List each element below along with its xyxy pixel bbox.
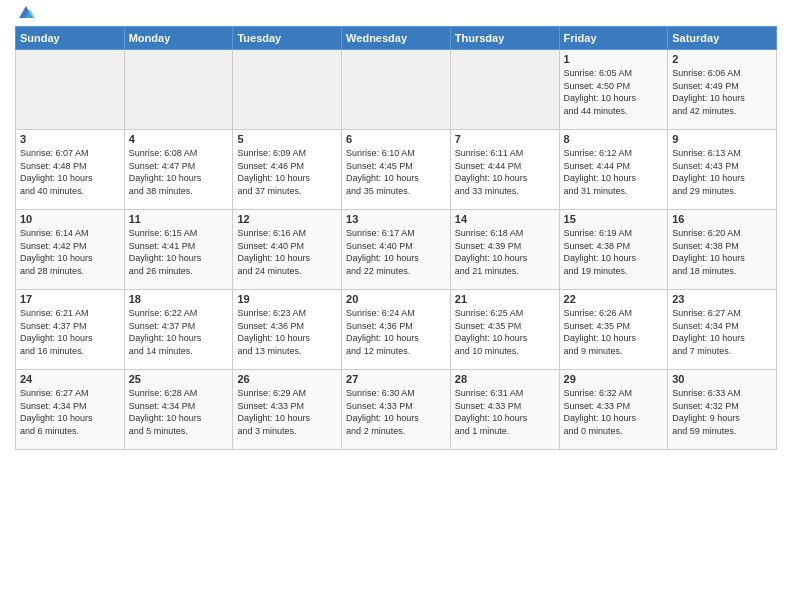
- day-number: 15: [564, 213, 664, 225]
- calendar-cell: 8Sunrise: 6:12 AM Sunset: 4:44 PM Daylig…: [559, 130, 668, 210]
- calendar-cell: 28Sunrise: 6:31 AM Sunset: 4:33 PM Dayli…: [450, 370, 559, 450]
- day-info: Sunrise: 6:32 AM Sunset: 4:33 PM Dayligh…: [564, 387, 664, 437]
- calendar-cell: 10Sunrise: 6:14 AM Sunset: 4:42 PM Dayli…: [16, 210, 125, 290]
- weekday-header-wednesday: Wednesday: [342, 27, 451, 50]
- calendar-cell: 30Sunrise: 6:33 AM Sunset: 4:32 PM Dayli…: [668, 370, 777, 450]
- header: [15, 10, 777, 18]
- day-number: 26: [237, 373, 337, 385]
- day-info: Sunrise: 6:15 AM Sunset: 4:41 PM Dayligh…: [129, 227, 229, 277]
- day-info: Sunrise: 6:31 AM Sunset: 4:33 PM Dayligh…: [455, 387, 555, 437]
- day-number: 2: [672, 53, 772, 65]
- calendar-cell: 13Sunrise: 6:17 AM Sunset: 4:40 PM Dayli…: [342, 210, 451, 290]
- calendar-cell: 12Sunrise: 6:16 AM Sunset: 4:40 PM Dayli…: [233, 210, 342, 290]
- calendar-cell: 3Sunrise: 6:07 AM Sunset: 4:48 PM Daylig…: [16, 130, 125, 210]
- calendar-table: SundayMondayTuesdayWednesdayThursdayFrid…: [15, 26, 777, 450]
- calendar-cell: 23Sunrise: 6:27 AM Sunset: 4:34 PM Dayli…: [668, 290, 777, 370]
- logo-icon: [17, 4, 35, 22]
- day-number: 21: [455, 293, 555, 305]
- day-info: Sunrise: 6:21 AM Sunset: 4:37 PM Dayligh…: [20, 307, 120, 357]
- day-number: 1: [564, 53, 664, 65]
- calendar-cell: 4Sunrise: 6:08 AM Sunset: 4:47 PM Daylig…: [124, 130, 233, 210]
- calendar-cell: 2Sunrise: 6:06 AM Sunset: 4:49 PM Daylig…: [668, 50, 777, 130]
- day-info: Sunrise: 6:23 AM Sunset: 4:36 PM Dayligh…: [237, 307, 337, 357]
- calendar-cell: 22Sunrise: 6:26 AM Sunset: 4:35 PM Dayli…: [559, 290, 668, 370]
- weekday-header-saturday: Saturday: [668, 27, 777, 50]
- calendar-cell: 14Sunrise: 6:18 AM Sunset: 4:39 PM Dayli…: [450, 210, 559, 290]
- day-number: 10: [20, 213, 120, 225]
- calendar-cell: 27Sunrise: 6:30 AM Sunset: 4:33 PM Dayli…: [342, 370, 451, 450]
- day-number: 6: [346, 133, 446, 145]
- day-info: Sunrise: 6:12 AM Sunset: 4:44 PM Dayligh…: [564, 147, 664, 197]
- day-number: 11: [129, 213, 229, 225]
- day-number: 17: [20, 293, 120, 305]
- calendar-week-2: 3Sunrise: 6:07 AM Sunset: 4:48 PM Daylig…: [16, 130, 777, 210]
- weekday-header-monday: Monday: [124, 27, 233, 50]
- page-container: SundayMondayTuesdayWednesdayThursdayFrid…: [0, 0, 792, 460]
- day-info: Sunrise: 6:08 AM Sunset: 4:47 PM Dayligh…: [129, 147, 229, 197]
- calendar-cell: 17Sunrise: 6:21 AM Sunset: 4:37 PM Dayli…: [16, 290, 125, 370]
- day-info: Sunrise: 6:27 AM Sunset: 4:34 PM Dayligh…: [20, 387, 120, 437]
- day-info: Sunrise: 6:05 AM Sunset: 4:50 PM Dayligh…: [564, 67, 664, 117]
- day-number: 4: [129, 133, 229, 145]
- calendar-cell: 21Sunrise: 6:25 AM Sunset: 4:35 PM Dayli…: [450, 290, 559, 370]
- day-info: Sunrise: 6:20 AM Sunset: 4:38 PM Dayligh…: [672, 227, 772, 277]
- day-info: Sunrise: 6:25 AM Sunset: 4:35 PM Dayligh…: [455, 307, 555, 357]
- day-number: 20: [346, 293, 446, 305]
- day-info: Sunrise: 6:10 AM Sunset: 4:45 PM Dayligh…: [346, 147, 446, 197]
- day-info: Sunrise: 6:24 AM Sunset: 4:36 PM Dayligh…: [346, 307, 446, 357]
- day-info: Sunrise: 6:13 AM Sunset: 4:43 PM Dayligh…: [672, 147, 772, 197]
- day-number: 3: [20, 133, 120, 145]
- calendar-cell: 9Sunrise: 6:13 AM Sunset: 4:43 PM Daylig…: [668, 130, 777, 210]
- weekday-header-sunday: Sunday: [16, 27, 125, 50]
- calendar-cell: 25Sunrise: 6:28 AM Sunset: 4:34 PM Dayli…: [124, 370, 233, 450]
- day-info: Sunrise: 6:14 AM Sunset: 4:42 PM Dayligh…: [20, 227, 120, 277]
- day-number: 27: [346, 373, 446, 385]
- weekday-header-row: SundayMondayTuesdayWednesdayThursdayFrid…: [16, 27, 777, 50]
- day-number: 19: [237, 293, 337, 305]
- logo: [15, 10, 35, 18]
- day-info: Sunrise: 6:07 AM Sunset: 4:48 PM Dayligh…: [20, 147, 120, 197]
- day-info: Sunrise: 6:17 AM Sunset: 4:40 PM Dayligh…: [346, 227, 446, 277]
- calendar-cell: [124, 50, 233, 130]
- day-info: Sunrise: 6:09 AM Sunset: 4:46 PM Dayligh…: [237, 147, 337, 197]
- day-info: Sunrise: 6:30 AM Sunset: 4:33 PM Dayligh…: [346, 387, 446, 437]
- day-info: Sunrise: 6:27 AM Sunset: 4:34 PM Dayligh…: [672, 307, 772, 357]
- calendar-week-5: 24Sunrise: 6:27 AM Sunset: 4:34 PM Dayli…: [16, 370, 777, 450]
- day-number: 29: [564, 373, 664, 385]
- calendar-cell: [342, 50, 451, 130]
- calendar-cell: [450, 50, 559, 130]
- day-number: 18: [129, 293, 229, 305]
- day-number: 24: [20, 373, 120, 385]
- day-number: 14: [455, 213, 555, 225]
- calendar-cell: 1Sunrise: 6:05 AM Sunset: 4:50 PM Daylig…: [559, 50, 668, 130]
- weekday-header-tuesday: Tuesday: [233, 27, 342, 50]
- calendar-week-3: 10Sunrise: 6:14 AM Sunset: 4:42 PM Dayli…: [16, 210, 777, 290]
- day-info: Sunrise: 6:29 AM Sunset: 4:33 PM Dayligh…: [237, 387, 337, 437]
- calendar-cell: 15Sunrise: 6:19 AM Sunset: 4:38 PM Dayli…: [559, 210, 668, 290]
- calendar-cell: 26Sunrise: 6:29 AM Sunset: 4:33 PM Dayli…: [233, 370, 342, 450]
- day-number: 13: [346, 213, 446, 225]
- day-info: Sunrise: 6:26 AM Sunset: 4:35 PM Dayligh…: [564, 307, 664, 357]
- calendar-week-4: 17Sunrise: 6:21 AM Sunset: 4:37 PM Dayli…: [16, 290, 777, 370]
- day-info: Sunrise: 6:28 AM Sunset: 4:34 PM Dayligh…: [129, 387, 229, 437]
- day-info: Sunrise: 6:18 AM Sunset: 4:39 PM Dayligh…: [455, 227, 555, 277]
- calendar-week-1: 1Sunrise: 6:05 AM Sunset: 4:50 PM Daylig…: [16, 50, 777, 130]
- calendar-cell: 29Sunrise: 6:32 AM Sunset: 4:33 PM Dayli…: [559, 370, 668, 450]
- calendar-cell: 18Sunrise: 6:22 AM Sunset: 4:37 PM Dayli…: [124, 290, 233, 370]
- day-number: 30: [672, 373, 772, 385]
- weekday-header-thursday: Thursday: [450, 27, 559, 50]
- day-number: 25: [129, 373, 229, 385]
- day-info: Sunrise: 6:06 AM Sunset: 4:49 PM Dayligh…: [672, 67, 772, 117]
- weekday-header-friday: Friday: [559, 27, 668, 50]
- day-number: 5: [237, 133, 337, 145]
- day-info: Sunrise: 6:19 AM Sunset: 4:38 PM Dayligh…: [564, 227, 664, 277]
- day-info: Sunrise: 6:22 AM Sunset: 4:37 PM Dayligh…: [129, 307, 229, 357]
- day-number: 12: [237, 213, 337, 225]
- day-info: Sunrise: 6:11 AM Sunset: 4:44 PM Dayligh…: [455, 147, 555, 197]
- day-number: 23: [672, 293, 772, 305]
- day-info: Sunrise: 6:33 AM Sunset: 4:32 PM Dayligh…: [672, 387, 772, 437]
- calendar-cell: 16Sunrise: 6:20 AM Sunset: 4:38 PM Dayli…: [668, 210, 777, 290]
- day-number: 22: [564, 293, 664, 305]
- calendar-cell: 20Sunrise: 6:24 AM Sunset: 4:36 PM Dayli…: [342, 290, 451, 370]
- day-number: 28: [455, 373, 555, 385]
